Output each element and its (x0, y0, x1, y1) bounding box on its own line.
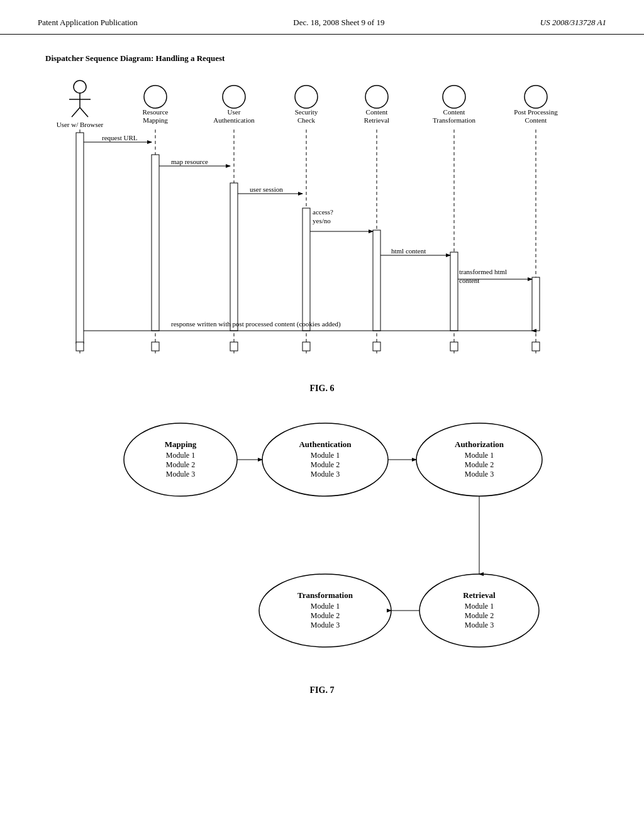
svg-text:Post Processing: Post Processing (514, 108, 558, 116)
svg-text:Retrieval: Retrieval (364, 116, 389, 124)
svg-point-0 (74, 80, 86, 93)
actor-auth: User Authentication (213, 86, 255, 124)
msg-user-session-label: user session (250, 185, 283, 193)
svg-text:Authentication: Authentication (213, 116, 255, 124)
authorization-title: Authorization (455, 440, 504, 449)
activation-content (373, 230, 380, 331)
transformation-ellipse (259, 574, 391, 647)
mapping-module1: Module 1 (166, 451, 195, 460)
transformation-module2: Module 2 (311, 611, 340, 620)
sequence-diagram-svg: User w/ Browser Resource Mapping User Au… (45, 73, 599, 375)
actor-security: Security Check (295, 86, 318, 124)
svg-line-3 (72, 108, 80, 117)
activation-transform (450, 252, 458, 331)
svg-point-5 (144, 86, 167, 108)
header-right: US 2008/313728 A1 (540, 18, 606, 28)
retrieval-title: Retrieval (463, 590, 496, 600)
auth-module3: Module 3 (311, 470, 340, 479)
mapping-title: Mapping (165, 440, 197, 449)
term-resource (152, 342, 159, 351)
actor-resource: Resource Mapping (143, 86, 169, 124)
msg-access-label: access? (313, 208, 333, 216)
msg-transformed-label2: content (459, 277, 479, 284)
svg-text:Content: Content (443, 108, 465, 116)
activation-post (532, 277, 540, 331)
fig6-container: Dispatcher Sequence Diagram: Handling a … (45, 53, 599, 377)
retrieval-module2: Module 2 (465, 611, 494, 620)
activation-auth (230, 183, 238, 331)
actor-post: Post Processing Content (514, 86, 558, 124)
activation-security (303, 208, 310, 331)
actor-user: User w/ Browser (57, 80, 104, 128)
authorization-module1: Module 1 (465, 451, 494, 460)
msg-html-content-label: html content (391, 247, 426, 255)
transformation-module1: Module 1 (311, 602, 340, 611)
svg-point-8 (223, 86, 245, 108)
msg-response-label: response written with post processed con… (171, 320, 341, 328)
activation-resource (152, 155, 159, 331)
svg-text:User: User (228, 108, 241, 116)
svg-text:Content: Content (525, 116, 547, 124)
term-auth (230, 342, 238, 351)
authorization-ellipse (416, 423, 542, 496)
module-diagram-svg: Mapping Module 1 Module 2 Module 3 Authe… (108, 406, 561, 677)
svg-point-14 (365, 86, 388, 108)
header-center: Dec. 18, 2008 Sheet 9 of 19 (293, 18, 384, 28)
fig6-label: FIG. 6 (38, 384, 606, 394)
authorization-module2: Module 2 (465, 460, 494, 469)
actor-user-label: User w/ Browser (57, 121, 104, 128)
auth-module2: Module 2 (311, 460, 340, 469)
auth-module1: Module 1 (311, 451, 340, 460)
retrieval-module3: Module 3 (465, 621, 494, 629)
mapping-ellipse (124, 423, 237, 496)
authorization-module3: Module 3 (465, 470, 494, 479)
svg-text:Transformation: Transformation (433, 116, 476, 124)
retrieval-ellipse (419, 574, 539, 647)
msg-map-resource-label: map resource (171, 158, 208, 165)
fig7-container: Mapping Module 1 Module 2 Module 3 Authe… (108, 406, 536, 679)
msg-transformed-label1: transformed html (459, 268, 507, 275)
auth-title: Authentication (299, 440, 352, 449)
page-content: Dispatcher Sequence Diagram: Handling a … (0, 35, 644, 721)
transformation-title: Transformation (297, 590, 353, 600)
svg-text:Resource: Resource (143, 108, 169, 116)
svg-line-4 (80, 108, 88, 117)
term-security (303, 342, 310, 351)
retrieval-module1: Module 1 (465, 602, 494, 611)
diagram-title: Dispatcher Sequence Diagram: Handling a … (45, 53, 599, 64)
activation-user (76, 133, 84, 343)
term-post (532, 342, 540, 351)
msg-access-yesno-label: yes/no (313, 217, 331, 224)
svg-text:Mapping: Mapping (143, 116, 168, 124)
header-left: Patent Application Publication (38, 18, 138, 28)
page-header: Patent Application Publication Dec. 18, … (0, 0, 644, 35)
term-transform (450, 342, 458, 351)
svg-text:Check: Check (297, 116, 316, 124)
svg-point-11 (295, 86, 318, 108)
auth-ellipse (262, 423, 388, 496)
fig7-label: FIG. 7 (38, 685, 606, 695)
term-user (76, 342, 84, 351)
actor-transform: Content Transformation (433, 86, 476, 124)
svg-text:Content: Content (366, 108, 388, 116)
svg-text:Security: Security (295, 108, 318, 116)
msg-request-url-label: request URL (102, 134, 138, 141)
term-content (373, 342, 380, 351)
svg-point-17 (443, 86, 465, 108)
mapping-module2: Module 2 (166, 460, 195, 469)
transformation-module3: Module 3 (311, 621, 340, 629)
actor-content: Content Retrieval (364, 86, 389, 124)
svg-point-20 (525, 86, 547, 108)
mapping-module3: Module 3 (166, 470, 195, 479)
